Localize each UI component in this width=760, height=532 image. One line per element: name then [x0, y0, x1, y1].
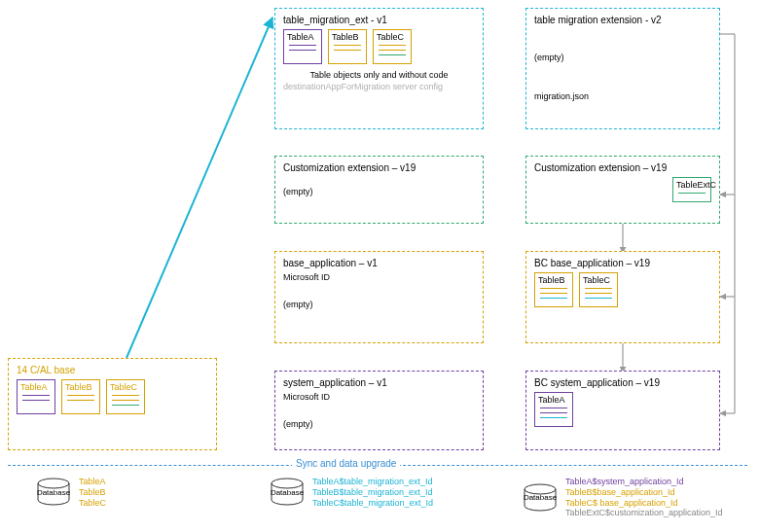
mini-table: TableA	[283, 29, 322, 64]
mini-table-lines	[676, 193, 707, 195]
sys-app-v1-box: system_application – v1 Microsoft ID (em…	[274, 371, 484, 450]
migration-ext-v2-box: table migration extension - v2 (empty) m…	[525, 8, 720, 129]
db-col3: Database TableA$system_application_IdTab…	[521, 477, 723, 518]
db-line: TableA$table_migration_ext_Id	[312, 477, 433, 487]
cal-base-title: 14 C/AL base	[17, 365, 208, 375]
base-app-v1-body: (empty)	[283, 300, 475, 309]
mini-table-lines	[287, 45, 318, 52]
db-line: TableC$table_migration_ext_Id	[312, 498, 433, 509]
mini-table-lines	[110, 395, 141, 407]
customization-v19-box-col3: Customization extension – v19 TableExtC	[525, 156, 720, 224]
mini-table-name: TableC	[583, 275, 614, 285]
mini-table-name: TableA	[538, 395, 569, 405]
mini-table: TableC	[373, 29, 412, 64]
mini-table-name: TableC	[110, 382, 141, 392]
customization-v19-col3-title: Customization extension – v19	[534, 162, 711, 173]
mini-table: TableB	[328, 29, 367, 64]
db-label: Database	[37, 488, 70, 497]
database-icon: Database	[34, 479, 73, 506]
mini-table: TableA	[17, 379, 55, 414]
db-line: TableA	[79, 477, 106, 487]
db-line: TableExtC$customization_application_Id	[565, 508, 723, 518]
mini-table-lines	[377, 45, 408, 56]
base-app-v1-title: base_application – v1	[283, 258, 475, 268]
svg-line-0	[127, 18, 272, 358]
db-line: TableA$system_application_Id	[565, 477, 723, 487]
customization-v19-title: Customization extension – v19	[283, 162, 475, 173]
migration-ext-v2-body: (empty)	[534, 53, 711, 62]
svg-point-8	[38, 479, 69, 488]
mini-table: TableB	[534, 272, 573, 307]
db-label: Database	[524, 493, 557, 502]
sys-app-v1-title: system_application – v1	[283, 377, 475, 388]
migration-ext-v2-footer: migration.json	[534, 91, 711, 101]
bc-sys-app-title: BC system_application – v19	[534, 377, 711, 388]
customization-v19-body: (empty)	[283, 187, 475, 196]
mini-table-name: TableExtC	[676, 180, 707, 190]
mini-table-name: TableB	[332, 32, 363, 42]
customization-v19-col3-tables: TableExtC	[534, 177, 711, 202]
base-app-v1-sub: Microsoft ID	[283, 272, 475, 282]
mini-table: TableExtC	[672, 177, 711, 202]
sys-app-v1-sub: Microsoft ID	[283, 392, 475, 402]
mini-table-name: TableB	[65, 382, 96, 392]
base-app-v1-box: base_application – v1 Microsoft ID (empt…	[274, 251, 484, 343]
db-col2-lines: TableA$table_migration_ext_IdTableB$tabl…	[312, 477, 433, 508]
database-icon: Database	[521, 484, 560, 512]
db-line: TableB$base_application_Id	[565, 487, 723, 498]
migration-ext-v2-title: table migration extension - v2	[534, 15, 711, 25]
mini-table-lines	[332, 45, 363, 52]
bc-sys-app-box: BC system_application – v19 TableA	[525, 371, 720, 450]
migration-ext-v1-tables: TableATableBTableC	[283, 29, 475, 64]
bc-sys-app-tables: TableA	[534, 392, 711, 427]
mini-table-lines	[20, 395, 52, 402]
mini-table-name: TableB	[538, 275, 569, 285]
migration-ext-v1-footer: destinationAppForMigration server config	[283, 82, 475, 91]
mini-table: TableA	[534, 392, 573, 427]
cal-base-tables: TableATableBTableC	[17, 379, 208, 414]
db-line: TableB$table_migration_ext_Id	[312, 487, 433, 498]
db-col3-lines: TableA$system_application_IdTableB$base_…	[565, 477, 723, 518]
mini-table-lines	[65, 395, 96, 402]
mini-table: TableB	[61, 379, 100, 414]
mini-table-lines	[583, 288, 614, 300]
db-col2: Database TableA$table_migration_ext_IdTa…	[268, 477, 433, 508]
mini-table-name: TableC	[377, 32, 408, 42]
migration-ext-v1-caption: Table objects only and without code	[283, 70, 475, 80]
db-line: TableC$ base_application_Id	[565, 498, 723, 509]
svg-point-10	[525, 484, 556, 494]
mini-table: TableC	[106, 379, 145, 414]
db-line: TableB	[79, 487, 106, 498]
svg-point-9	[271, 479, 303, 488]
bc-base-app-box: BC base_application – v19 TableBTableC	[525, 251, 720, 343]
db-line: TableC	[79, 498, 106, 509]
sys-app-v1-body: (empty)	[283, 419, 475, 429]
mini-table-name: TableA	[287, 32, 318, 42]
db-col1: Database TableATableBTableC	[34, 477, 106, 508]
migration-ext-v1-box: table_migration_ext - v1 TableATableBTab…	[274, 8, 484, 129]
sync-label: Sync and data upgrade	[292, 458, 400, 469]
mini-table-lines	[538, 288, 569, 300]
bc-base-app-title: BC base_application – v19	[534, 258, 711, 268]
customization-v19-box: Customization extension – v19 (empty)	[274, 156, 484, 224]
mini-table-lines	[538, 408, 569, 419]
database-icon: Database	[268, 479, 307, 506]
db-col1-lines: TableATableBTableC	[79, 477, 106, 508]
db-label: Database	[271, 488, 304, 497]
mini-table-name: TableA	[20, 382, 52, 392]
migration-ext-v1-title: table_migration_ext - v1	[283, 15, 475, 25]
bc-base-app-tables: TableBTableC	[534, 272, 711, 307]
mini-table: TableC	[579, 272, 618, 307]
cal-base-box: 14 C/AL base TableATableBTableC	[8, 358, 217, 450]
